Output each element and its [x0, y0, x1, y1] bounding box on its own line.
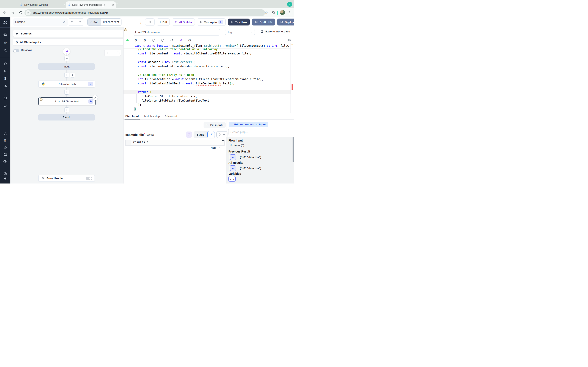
result-value[interactable]: {"s3":"data.csv"} — [240, 156, 261, 159]
result-badge[interactable]: a — [230, 165, 236, 171]
url-text[interactable]: app.windmill.dev/flows/edit/u/henri/effo… — [33, 11, 108, 14]
flow-input-header[interactable]: Flow Input — [228, 139, 243, 142]
ai-builder-button[interactable]: AI Builder — [172, 18, 195, 26]
all-results-row[interactable]: a : {"s3":"data.csv"} — [230, 165, 261, 171]
code-lines[interactable]: // Load the entire file_content as a Uin… — [123, 47, 291, 111]
insert-step-button[interactable] — [64, 108, 69, 112]
static-label[interactable]: Static — [194, 133, 208, 136]
result-badge[interactable]: a — [230, 154, 236, 160]
fill-inputs-button[interactable]: Fill inputs — [204, 122, 226, 128]
bookmark-star-icon[interactable]: ☆ — [265, 11, 268, 15]
tab-test-this-step[interactable]: Test this step — [144, 115, 160, 119]
static-expr-toggle[interactable]: Static ƒ — [194, 131, 215, 138]
sidebar-collapse-arrow-icon[interactable] — [0, 177, 10, 180]
code-line[interactable] — [123, 56, 291, 60]
path-button[interactable]: Path — [87, 18, 101, 25]
chrome-menu-icon[interactable]: ⋮ — [288, 11, 291, 15]
sidebar-item-help-icon[interactable] — [0, 172, 10, 175]
sidebar-item-user-icon[interactable] — [0, 132, 10, 135]
sidebar-item-audit-eye-icon[interactable] — [0, 159, 10, 163]
windmill-logo[interactable] — [0, 20, 10, 25]
sidebar-item-resources-cubes-icon[interactable] — [0, 84, 10, 88]
sidebar-item-folders-icon[interactable] — [0, 152, 10, 156]
browser-tab-edit-flow[interactable]: Edit Flow u/henri/effortless_fl — [66, 1, 116, 8]
step-name-input[interactable] — [133, 29, 220, 35]
sidebar-item-runs-play-icon[interactable] — [0, 69, 10, 73]
flow-name-box[interactable]: Untitled — [13, 18, 68, 26]
sidebar-item-apps-keyboard-icon[interactable] — [0, 33, 10, 36]
insert-step-button[interactable] — [64, 56, 69, 61]
variables-header[interactable]: Variables — [228, 172, 241, 175]
package-icon[interactable] — [161, 39, 164, 42]
code-line[interactable] — [123, 86, 291, 90]
forward-button[interactable] — [11, 11, 15, 15]
editor-scrollbar[interactable]: on — [291, 43, 294, 113]
ai-wand-icon[interactable] — [179, 39, 182, 42]
ai-wand-button[interactable] — [186, 132, 192, 138]
result-value[interactable]: {"s3":"data.csv"} — [240, 167, 261, 170]
code-line[interactable]: let fileContentBlob = await windmillClie… — [123, 77, 291, 81]
tab-search-button[interactable] — [287, 2, 292, 7]
avatar[interactable] — [280, 10, 285, 15]
insert-step-button[interactable] — [64, 90, 69, 95]
previous-result-row[interactable]: a : {"s3":"data.csv"} — [230, 154, 261, 160]
tag-select[interactable]: Tag — [225, 29, 255, 35]
code-line[interactable]: fileContentBlobText: fileContentBlobText — [123, 99, 291, 103]
more-options-icon[interactable]: ⋮ — [139, 20, 143, 24]
sidebar-item-workers-robot-icon[interactable] — [0, 146, 10, 149]
code-editor[interactable]: // Load the entire file_content as a Uin… — [123, 43, 294, 113]
package-icon[interactable] — [152, 39, 156, 42]
sidebar-item-schedules-calendar-icon[interactable] — [0, 96, 10, 100]
code-line[interactable] — [123, 68, 291, 73]
settings-card[interactable]: Settings — [13, 30, 127, 37]
dataflow-toggle[interactable] — [13, 49, 19, 52]
url-bar[interactable]: app.windmill.dev/flows/edit/u/henri/effo… — [25, 9, 265, 16]
diff-button[interactable]: ±Diff — [157, 18, 170, 26]
sidebar-item-settings-gear-icon[interactable]: ⚙ — [0, 138, 10, 143]
variables-badge[interactable]: {...} — [228, 176, 236, 182]
help-button[interactable]: Help — [211, 146, 220, 149]
refresh-icon[interactable] — [170, 39, 173, 42]
close-icon[interactable] — [112, 4, 114, 6]
fullscreen-icon[interactable] — [117, 51, 120, 54]
sidebar-item-home-icon[interactable] — [0, 62, 10, 66]
save-to-workspace-button[interactable]: Save to workspace — [260, 30, 290, 33]
library-icon[interactable] — [288, 39, 292, 42]
error-handler-toggle[interactable] — [86, 177, 92, 180]
fx-expression-icon[interactable]: ƒ — [208, 131, 215, 138]
all-static-inputs-card[interactable]: $ All Static Inputs — [13, 38, 127, 46]
sidebar-item-variables-dollar-icon[interactable]: $ — [0, 77, 10, 81]
extensions-icon[interactable] — [272, 11, 275, 15]
deploy-button[interactable]: Deploy — [277, 18, 294, 25]
variables-row[interactable]: {...} — [228, 176, 236, 182]
trigger-bolt-button[interactable] — [70, 73, 75, 77]
code-line[interactable]: fileContentStr: file_content_str, — [123, 94, 291, 99]
code-line[interactable]: }; — [123, 103, 291, 107]
connect-scrollbar[interactable] — [293, 137, 294, 162]
flow-node-b-selected[interactable]: TS Load S3 file content b — [38, 97, 95, 105]
new-tab-button[interactable] — [116, 2, 119, 6]
path-group[interactable]: Path u/henri/eff — [87, 18, 121, 26]
tab-step-input[interactable]: Step Input — [125, 115, 139, 119]
edit-or-connect-button[interactable]: ← Edit or connect an input — [229, 122, 268, 127]
reload-button[interactable] — [19, 11, 22, 15]
dollar-icon[interactable]: $ — [143, 38, 147, 42]
path-value[interactable]: u/henri/eff — [101, 18, 121, 25]
error-handler-node[interactable]: Error Handler — [38, 175, 95, 182]
arrow-right-icon[interactable] — [223, 133, 226, 136]
search-prop-input[interactable] — [228, 129, 289, 135]
code-line[interactable]: } — [123, 107, 291, 111]
gear-icon[interactable]: ⚙ — [188, 38, 191, 42]
code-line[interactable]: const file_content_str = decoder.decode(… — [123, 64, 291, 68]
code-line[interactable]: const fileContentBlobText = await fileCo… — [123, 81, 291, 86]
zoom-in-icon[interactable] — [106, 51, 109, 54]
redo-button[interactable] — [76, 18, 84, 25]
code-line[interactable]: const file_content = await windmillClien… — [123, 51, 291, 56]
code-line[interactable]: const decoder = new TextDecoder(); — [123, 60, 291, 64]
browser-tab-new-script[interactable]: New Script | Windmill — [18, 1, 67, 8]
dollar-icon[interactable]: $ — [134, 38, 138, 42]
sidebar-item-routes-icon[interactable] — [0, 104, 10, 108]
back-button[interactable] — [3, 11, 7, 15]
all-results-header[interactable]: All Results — [228, 161, 243, 164]
remove-step-button[interactable] — [93, 95, 98, 100]
